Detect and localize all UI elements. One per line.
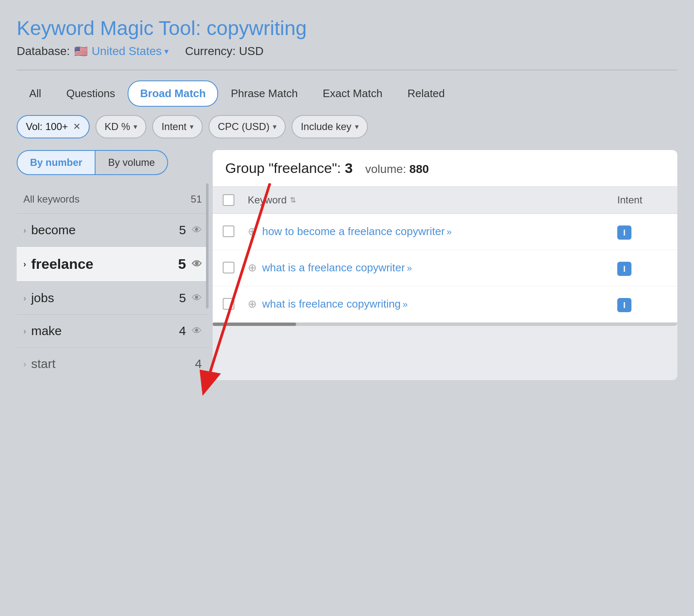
kd-filter[interactable]: KD % ▾ bbox=[96, 115, 146, 138]
tab-all[interactable]: All bbox=[17, 80, 54, 107]
sidebar-item-start[interactable]: › start 4 bbox=[17, 347, 209, 380]
close-icon[interactable]: ✕ bbox=[73, 121, 80, 132]
volume-filter[interactable]: Vol: 100+ ✕ bbox=[17, 115, 90, 138]
intent-badge: I bbox=[617, 225, 631, 240]
table-header: Keyword ⇅ Intent bbox=[213, 187, 677, 214]
row-checkbox[interactable] bbox=[223, 296, 239, 310]
add-icon[interactable]: ⊕ bbox=[248, 225, 257, 238]
row-checkbox[interactable] bbox=[223, 260, 239, 273]
th-keyword: Keyword ⇅ bbox=[248, 194, 609, 206]
tab-exact-match[interactable]: Exact Match bbox=[310, 80, 395, 107]
row-keyword: ⊕ what is freelance copywriting » bbox=[248, 296, 609, 311]
row-checkbox-el[interactable] bbox=[223, 262, 234, 273]
add-icon[interactable]: ⊕ bbox=[248, 298, 257, 310]
table-row: ⊕ what is freelance copywriting » I bbox=[213, 286, 677, 323]
sidebar-item-make[interactable]: › make 4 👁 bbox=[17, 314, 209, 347]
sidebar-item-count: 5 bbox=[178, 256, 186, 272]
intent-badge: I bbox=[617, 262, 631, 276]
currency-info: Currency: USD bbox=[185, 45, 264, 58]
chevron-right-icon: › bbox=[23, 225, 26, 235]
eye-icon[interactable]: 👁 bbox=[192, 224, 202, 236]
sidebar-item-count: 4 bbox=[179, 324, 186, 338]
row-intent: I bbox=[617, 296, 667, 312]
sidebar: By number By volume All keywords 51 › be… bbox=[17, 150, 209, 380]
arrows-icon: » bbox=[407, 263, 412, 273]
keyword-link[interactable]: what is a freelance copywriter bbox=[262, 261, 405, 274]
chevron-down-icon: ▾ bbox=[273, 122, 277, 131]
table-row: ⊕ what is a freelance copywriter » I bbox=[213, 250, 677, 286]
tabs-row: All Questions Broad Match Phrase Match E… bbox=[17, 80, 677, 107]
row-intent: I bbox=[617, 224, 667, 240]
sidebar-item-label: start bbox=[31, 357, 55, 371]
divider bbox=[17, 70, 677, 70]
eye-icon[interactable]: 👁 bbox=[192, 258, 202, 270]
filters-row: Vol: 100+ ✕ KD % ▾ Intent ▾ CPC (USD) ▾ … bbox=[17, 115, 677, 138]
panel-volume: volume: 880 bbox=[365, 163, 429, 176]
all-keywords-label: All keywords bbox=[23, 193, 80, 205]
chevron-right-icon: › bbox=[23, 359, 26, 369]
include-key-filter[interactable]: Include key ▾ bbox=[292, 115, 367, 138]
chevron-right-icon: › bbox=[23, 259, 26, 269]
sidebar-item-label: make bbox=[31, 324, 62, 338]
chevron-down-icon: ▾ bbox=[133, 122, 137, 131]
sidebar-scrollbar[interactable] bbox=[206, 183, 209, 308]
country-selector[interactable]: United States ▾ bbox=[92, 45, 168, 58]
flag-icon: 🇺🇸 bbox=[74, 45, 88, 58]
arrows-icon: » bbox=[447, 227, 452, 237]
eye-icon[interactable]: 👁 bbox=[192, 292, 202, 304]
row-checkbox-el[interactable] bbox=[223, 225, 234, 237]
sort-icon[interactable]: ⇅ bbox=[290, 195, 296, 205]
database-info: Database: 🇺🇸 United States ▾ Currency: U… bbox=[17, 45, 677, 58]
chevron-right-icon: › bbox=[23, 293, 26, 303]
keyword-link[interactable]: what is freelance copywriting bbox=[262, 298, 400, 310]
intent-badge: I bbox=[617, 298, 631, 312]
row-checkbox[interactable] bbox=[223, 224, 239, 237]
cpc-filter[interactable]: CPC (USD) ▾ bbox=[209, 115, 286, 138]
sidebar-item-label: become bbox=[31, 223, 76, 237]
row-intent: I bbox=[617, 260, 667, 276]
chevron-down-icon: ▾ bbox=[355, 122, 359, 131]
keyword-highlight: copywriting bbox=[206, 17, 307, 39]
th-intent: Intent bbox=[617, 194, 667, 206]
row-keyword: ⊕ how to become a freelance copywriter » bbox=[248, 224, 609, 239]
intent-filter[interactable]: Intent ▾ bbox=[152, 115, 203, 138]
sidebar-item-count: 5 bbox=[179, 223, 186, 237]
right-panel: Group "freelance": 3 volume: 880 Keyword… bbox=[213, 150, 677, 380]
horizontal-scrollbar[interactable] bbox=[213, 323, 677, 326]
tab-questions[interactable]: Questions bbox=[54, 80, 128, 107]
sidebar-item-jobs[interactable]: › jobs 5 👁 bbox=[17, 281, 209, 314]
row-checkbox-el[interactable] bbox=[223, 298, 234, 310]
chevron-down-icon: ▾ bbox=[164, 46, 168, 56]
header-checkbox[interactable] bbox=[223, 194, 234, 206]
panel-header: Group "freelance": 3 volume: 880 bbox=[213, 150, 677, 187]
sidebar-item-label: freelance bbox=[31, 256, 93, 272]
th-checkbox bbox=[223, 194, 239, 206]
arrows-icon: » bbox=[402, 299, 407, 310]
main-content: By number By volume All keywords 51 › be… bbox=[17, 150, 677, 380]
tab-phrase-match[interactable]: Phrase Match bbox=[218, 80, 310, 107]
sidebar-item-label: jobs bbox=[31, 291, 54, 305]
sidebar-header: All keywords 51 bbox=[17, 185, 209, 213]
chevron-right-icon: › bbox=[23, 326, 26, 336]
tab-broad-match[interactable]: Broad Match bbox=[128, 80, 218, 107]
panel-group-title: Group "freelance": 3 bbox=[225, 160, 353, 176]
sidebar-item-become[interactable]: › become 5 👁 bbox=[17, 213, 209, 246]
eye-icon[interactable]: 👁 bbox=[192, 325, 202, 337]
table-row: ⊕ how to become a freelance copywriter »… bbox=[213, 214, 677, 250]
page-header: Keyword Magic Tool: copywriting Database… bbox=[17, 17, 677, 58]
sort-by-number-button[interactable]: By number bbox=[17, 150, 96, 175]
sidebar-item-count: 5 bbox=[179, 291, 186, 305]
sidebar-item-count: 4 bbox=[195, 357, 202, 371]
add-icon[interactable]: ⊕ bbox=[248, 261, 257, 274]
tab-related[interactable]: Related bbox=[395, 80, 458, 107]
keyword-link[interactable]: how to become a freelance copywriter bbox=[262, 225, 445, 238]
page-title: Keyword Magic Tool: copywriting bbox=[17, 17, 677, 40]
sort-by-volume-button[interactable]: By volume bbox=[96, 150, 168, 175]
chevron-down-icon: ▾ bbox=[190, 122, 194, 131]
all-keywords-count: 51 bbox=[191, 193, 202, 205]
sidebar-item-freelance[interactable]: › freelance 5 👁 bbox=[17, 246, 209, 281]
row-keyword: ⊕ what is a freelance copywriter » bbox=[248, 260, 609, 275]
sidebar-list: All keywords 51 › become 5 👁 bbox=[17, 185, 209, 380]
scrollbar-thumb[interactable] bbox=[213, 323, 296, 326]
sort-buttons: By number By volume bbox=[17, 150, 209, 175]
